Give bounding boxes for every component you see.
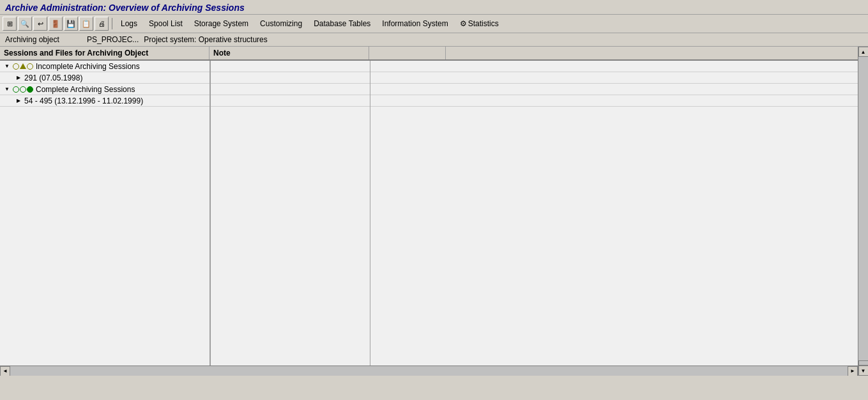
col-header-sessions: Sessions and Files for Archiving Object: [0, 47, 209, 59]
incomplete-item-291-label: 291 (07.05.1998): [24, 73, 82, 82]
incomplete-status-icons: [13, 63, 33, 70]
extra-row-4: [370, 95, 858, 107]
circle-empty-icon: [13, 63, 19, 70]
h-scroll-track[interactable]: [10, 366, 848, 376]
extra-row-2: [370, 72, 858, 84]
circle-green-outline2-icon: [20, 86, 26, 93]
complete-status-icons: [13, 86, 33, 93]
extra-row-3: [370, 84, 858, 95]
v-scroll-track[interactable]: [858, 57, 869, 360]
page-title: Archive Administration: Overview of Arch…: [5, 3, 863, 13]
toolbar-btn-grid[interactable]: ⊞: [3, 17, 17, 31]
title-bar: Archive Administration: Overview of Arch…: [0, 0, 868, 15]
menu-information-system[interactable]: Information System: [377, 18, 453, 29]
archiving-object-row: Archiving object PS_PROJEC... Project sy…: [0, 33, 868, 47]
toolbar-btn-print[interactable]: 🖨: [95, 17, 109, 31]
toolbar: ⊞ 🔍 ↩ 🚪 💾 📋 🖨 Logs Spool List Storage Sy…: [0, 15, 868, 33]
complete-sessions-label: Complete Archiving Sessions: [36, 85, 135, 94]
toolbar-btn-copy[interactable]: 📋: [79, 17, 93, 31]
toolbar-btn-back[interactable]: ↩: [33, 17, 47, 31]
toolbar-btn-search[interactable]: 🔍: [18, 17, 32, 31]
incomplete-sessions-label: Incomplete Archiving Sessions: [36, 62, 140, 71]
incomplete-sessions-row[interactable]: ▼ Incomplete Archiving Sessions: [0, 61, 209, 72]
vertical-scrollbar: ▲ ▼: [858, 47, 868, 376]
expand-complete-icon[interactable]: ▼: [3, 85, 11, 94]
archiving-object-label: Archiving object: [5, 35, 82, 44]
expand-54-icon[interactable]: ▶: [14, 96, 23, 105]
menu-spool-list[interactable]: Spool List: [144, 18, 188, 29]
archiving-object-description: Project system: Operative structures: [144, 35, 267, 44]
extra-panel: [370, 61, 858, 365]
triangle-icon: [20, 63, 26, 69]
extra-row-1: [370, 61, 858, 72]
toolbar-btn-save[interactable]: 💾: [64, 17, 78, 31]
note-row-3: [211, 84, 370, 95]
tree-panel: ▼ Incomplete Archiving Sessions ▶ 291: [0, 61, 211, 365]
note-row-2: [211, 72, 370, 84]
menu-database-tables[interactable]: Database Tables: [308, 18, 376, 29]
toolbar-btn-exit[interactable]: 🚪: [49, 17, 63, 31]
scroll-resize-handle[interactable]: [858, 360, 869, 365]
scroll-right-btn[interactable]: ►: [848, 366, 858, 376]
statistics-icon: ⚙: [460, 19, 467, 28]
archiving-object-value: PS_PROJEC...: [87, 35, 139, 44]
horizontal-scrollbar: ◄ ►: [0, 365, 858, 376]
col-header-extra: [369, 47, 446, 59]
menu-customizing[interactable]: Customizing: [255, 18, 307, 29]
col-header-note: Note: [209, 47, 369, 59]
circle-empty2-icon: [27, 63, 33, 70]
incomplete-item-291-row[interactable]: ▶ 291 (07.05.1998): [0, 72, 209, 84]
note-panel: [211, 61, 370, 365]
complete-sessions-row[interactable]: ▼ Complete Archiving Sessions: [0, 84, 209, 95]
circle-filled-icon: [27, 86, 33, 93]
toolbar-separator: [112, 18, 112, 29]
menu-statistics[interactable]: ⚙ Statistics: [455, 18, 504, 29]
menu-logs[interactable]: Logs: [116, 18, 142, 29]
scroll-up-btn[interactable]: ▲: [858, 47, 869, 57]
circle-green-outline-icon: [13, 86, 19, 93]
expand-291-icon[interactable]: ▶: [14, 73, 23, 82]
note-row-4: [211, 95, 370, 107]
table-header: Sessions and Files for Archiving Object …: [0, 47, 858, 61]
note-row-1: [211, 61, 370, 72]
expand-incomplete-icon[interactable]: ▼: [3, 62, 11, 71]
complete-item-54-label: 54 - 495 (13.12.1996 - 11.02.1999): [24, 96, 143, 105]
main-table-area: Sessions and Files for Archiving Object …: [0, 47, 858, 376]
scroll-left-btn[interactable]: ◄: [0, 366, 10, 376]
complete-item-54-row[interactable]: ▶ 54 - 495 (13.12.1996 - 11.02.1999): [0, 95, 209, 107]
menu-storage-system[interactable]: Storage System: [189, 18, 254, 29]
scroll-down-btn[interactable]: ▼: [858, 365, 869, 376]
content-area: Archiving object PS_PROJEC... Project sy…: [0, 33, 868, 376]
